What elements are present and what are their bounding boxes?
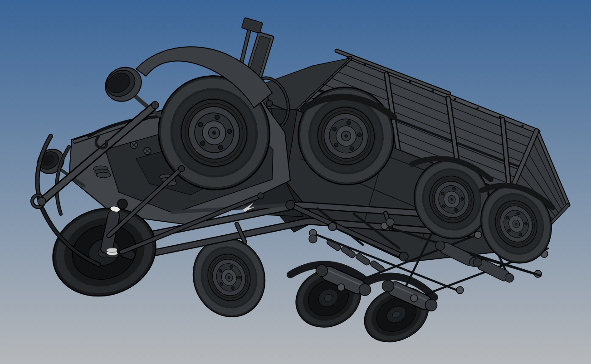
bumper-shackle (151, 102, 159, 109)
rivet (454, 98, 456, 100)
rivet (476, 107, 479, 109)
rod-end (178, 165, 185, 172)
frame-hole (117, 199, 127, 209)
rivet (498, 116, 501, 118)
chassis-screw (130, 141, 137, 149)
bolt-head (474, 231, 482, 238)
rivet (386, 72, 389, 74)
u-joint (286, 200, 295, 209)
bolt-head (456, 286, 464, 294)
truck-model[interactable] (32, 17, 568, 353)
bolt-head (337, 284, 345, 291)
screw-head (309, 235, 317, 243)
bumper-end-cap (38, 197, 46, 205)
rod-end (258, 193, 264, 199)
chassis-screw (144, 147, 151, 155)
rivet (431, 89, 434, 92)
castle-nut (107, 248, 118, 258)
screw-head (328, 223, 337, 231)
truck-model-render (0, 0, 591, 364)
screw-head (386, 218, 394, 226)
rivet (521, 125, 523, 127)
bolt-head (410, 295, 418, 302)
u-joint (399, 252, 408, 261)
windshield-tip (241, 17, 263, 33)
cad-viewport[interactable] (0, 0, 591, 364)
rivet (364, 63, 366, 65)
rivet (409, 80, 411, 83)
